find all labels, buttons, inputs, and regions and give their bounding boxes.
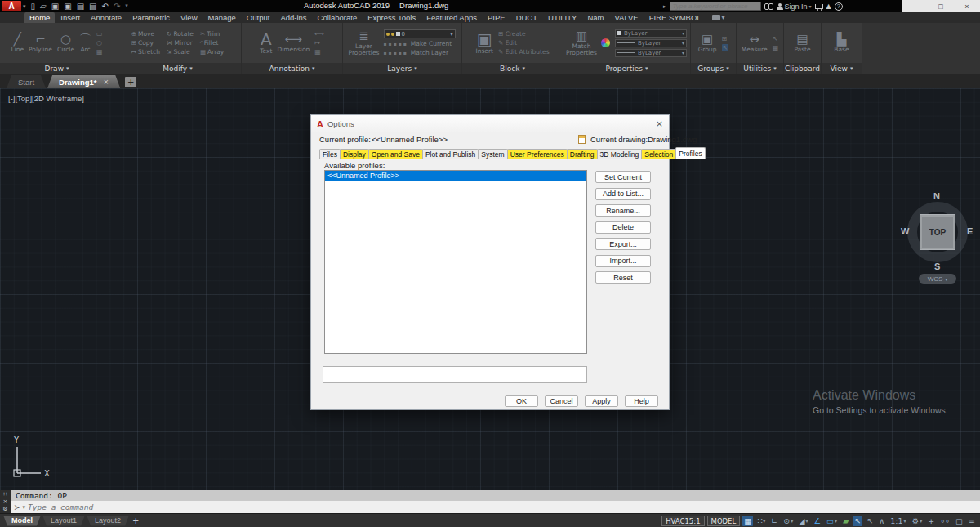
- viewcube-south[interactable]: S: [934, 261, 940, 271]
- options-tab-plot-and-publish[interactable]: Plot and Publish: [422, 149, 479, 159]
- grid-toggle-icon[interactable]: ▦: [742, 516, 753, 526]
- quick-select-icon[interactable]: ↖: [773, 35, 779, 42]
- close-button[interactable]: ×: [954, 0, 980, 12]
- panel-label-modify[interactable]: Modify▾: [114, 63, 241, 74]
- undo-icon[interactable]: ↶: [102, 1, 109, 11]
- ribbon-tab-pipe[interactable]: PIPE: [483, 12, 510, 23]
- crosshair-plus-icon[interactable]: +: [926, 516, 936, 526]
- ungroup-icon[interactable]: ⊞: [722, 35, 729, 42]
- ribbon-tab-annotate[interactable]: Annotate: [86, 12, 127, 23]
- panel-label-utilities[interactable]: Utilities▾: [737, 63, 783, 74]
- options-tab-files[interactable]: Files: [319, 149, 341, 159]
- delete-button[interactable]: Delete: [595, 221, 651, 234]
- options-tab-profiles[interactable]: Profiles: [675, 147, 705, 159]
- panel-label-annotation[interactable]: Annotation▾: [242, 63, 342, 74]
- ribbon-tab-view[interactable]: View: [176, 12, 202, 23]
- help-icon[interactable]: ?: [835, 2, 843, 11]
- ribbon-tab-parametric[interactable]: Parametric: [127, 12, 175, 23]
- match-properties-tool[interactable]: ▥ Match Properties: [567, 29, 596, 56]
- options-tab-display[interactable]: Display: [340, 149, 369, 159]
- ribbon-tab-add-ins[interactable]: Add-ins: [275, 12, 311, 23]
- viewcube-north[interactable]: N: [933, 191, 940, 201]
- command-close-icon[interactable]: ×: [3, 498, 8, 506]
- ribbon-tab-featured-apps[interactable]: Featured Apps: [421, 12, 482, 23]
- layer-properties-tool[interactable]: ≣ Layer Properties: [350, 29, 379, 56]
- base-tool[interactable]: ▙Base: [834, 33, 849, 53]
- panel-label-view[interactable]: View▾: [822, 63, 862, 74]
- measure-tool[interactable]: ↔Measure: [742, 33, 768, 53]
- command-wrench-icon[interactable]: ⚙: [2, 506, 7, 513]
- ribbon-tab-utility[interactable]: UTILITY: [543, 12, 581, 23]
- linetype-dropdown[interactable]: ByLayer▾: [615, 39, 687, 47]
- command-input[interactable]: [28, 502, 980, 511]
- clean-screen-icon[interactable]: ▢: [954, 516, 964, 526]
- new-drawing-button[interactable]: +: [125, 77, 136, 87]
- options-tab-drafting[interactable]: Drafting: [567, 149, 598, 159]
- customization-gear-icon[interactable]: ⚙▾: [911, 516, 924, 526]
- group-tool[interactable]: ▣Group: [698, 33, 717, 53]
- file-tab-close-icon[interactable]: ×: [104, 78, 109, 86]
- calculator-icon[interactable]: ▦: [773, 44, 779, 51]
- set-current-button[interactable]: Set Current: [595, 171, 651, 183]
- save-icon[interactable]: ▣: [51, 1, 59, 11]
- ribbon-tab-home[interactable]: Home: [24, 12, 55, 23]
- app-logo-icon[interactable]: A: [2, 1, 21, 11]
- match-layer-tool[interactable]: ▪▪▪▪▪Match Layer: [384, 49, 456, 56]
- open-file-icon[interactable]: ▱: [40, 1, 47, 11]
- polar-tracking-icon[interactable]: ⊙▾: [782, 516, 795, 526]
- save-as-icon[interactable]: ▣: [64, 1, 71, 11]
- panel-label-groups[interactable]: Groups▾: [691, 63, 736, 74]
- file-tab-start[interactable]: Start: [7, 75, 46, 88]
- ribbon-tab-collaborate[interactable]: Collaborate: [313, 12, 363, 23]
- autotrack-icon[interactable]: ∧: [877, 516, 886, 526]
- recent-commands-caret-icon[interactable]: ▾: [23, 504, 26, 511]
- options-tab-3d-modeling[interactable]: 3D Modeling: [597, 149, 643, 159]
- redo-icon[interactable]: ↷: [114, 1, 120, 11]
- line-tool[interactable]: ╱Line: [11, 33, 24, 53]
- cancel-button[interactable]: Cancel: [545, 395, 578, 407]
- store-cart-icon[interactable]: [815, 4, 823, 9]
- help-button[interactable]: Help: [625, 395, 658, 407]
- ribbon-tab-express-tools[interactable]: Express Tools: [363, 12, 421, 23]
- viewcube-west[interactable]: W: [901, 226, 909, 236]
- options-tab-system[interactable]: System: [478, 149, 507, 159]
- isodraft-icon[interactable]: ◢▾: [797, 516, 809, 526]
- panel-label-draw[interactable]: Draw▾: [0, 63, 114, 74]
- options-dialog-titlebar[interactable]: A Options ×: [311, 115, 669, 132]
- panel-label-block[interactable]: Block▾: [462, 63, 563, 74]
- wcs-dropdown[interactable]: WCS ▾: [919, 274, 956, 284]
- group-edit-icon[interactable]: ↖: [722, 44, 729, 51]
- layout1-tab[interactable]: Layout1: [42, 516, 85, 526]
- restore-button[interactable]: □: [928, 0, 954, 12]
- ok-button[interactable]: OK: [505, 395, 538, 407]
- file-tab-drawing1[interactable]: Drawing1* ×: [47, 75, 120, 88]
- hvac-scale-button[interactable]: HVAC15:1: [662, 516, 704, 526]
- ribbon-tab-insert[interactable]: Insert: [56, 12, 85, 23]
- viewcube-top-face[interactable]: TOP: [920, 214, 956, 250]
- annotation-scale-icon[interactable]: ▭▾: [825, 516, 839, 526]
- draw-extra-tools[interactable]: ▭ ○ ▦: [96, 30, 103, 56]
- annotation-monitor-icon[interactable]: ↖: [865, 516, 875, 526]
- annotation-extra-tools[interactable]: ⟷ ↦ ▦: [314, 30, 323, 56]
- ribbon-tab-manage[interactable]: Manage: [203, 12, 241, 23]
- qat-customize-caret-icon[interactable]: ▾: [125, 1, 128, 11]
- app-store-icon[interactable]: ▲: [826, 2, 831, 10]
- search-expand-icon[interactable]: ▸: [663, 3, 666, 10]
- options-tab-user-preferences[interactable]: User Preferences: [507, 149, 568, 159]
- dimension-tool[interactable]: ⟷Dimension: [277, 33, 310, 53]
- dialog-close-icon[interactable]: ×: [656, 118, 663, 129]
- panel-label-properties[interactable]: Properties▾: [564, 63, 690, 74]
- options-tab-open-and-save[interactable]: Open and Save: [368, 149, 423, 159]
- search-icon[interactable]: [764, 3, 773, 9]
- profile-list-item[interactable]: <<Unnamed Profile>>: [325, 171, 586, 181]
- panel-label-clipboard[interactable]: Clipboard: [784, 63, 821, 74]
- layer-dropdown[interactable]: 0 ▾: [384, 29, 456, 38]
- annotation-scale-list[interactable]: 1:1▾: [889, 516, 907, 526]
- export-button[interactable]: Export...: [595, 238, 651, 250]
- add-to-list-button[interactable]: Add to List...: [595, 188, 651, 200]
- rename-button[interactable]: Rename...: [595, 204, 651, 217]
- import-button[interactable]: Import...: [595, 255, 651, 267]
- ortho-toggle-icon[interactable]: ∟: [769, 516, 779, 526]
- print-icon[interactable]: ▤: [89, 1, 96, 11]
- ribbon-tab-nam[interactable]: Nam: [582, 12, 608, 23]
